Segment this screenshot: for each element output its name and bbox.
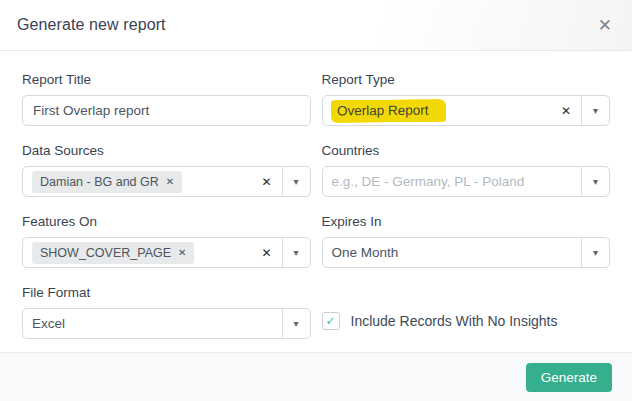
- features-on-value-area[interactable]: SHOW_COVER_PAGE ✕: [23, 238, 255, 267]
- data-sources-caret-zone[interactable]: ▾: [282, 167, 310, 196]
- check-icon: ✓: [325, 315, 335, 327]
- countries-select[interactable]: e.g., DE - Germany, PL - Poland ▾: [322, 166, 611, 197]
- data-sources-tag-remove-icon[interactable]: ✕: [166, 177, 174, 187]
- expires-in-select[interactable]: One Month ▾: [322, 237, 611, 268]
- countries-value-area[interactable]: e.g., DE - Germany, PL - Poland: [323, 167, 582, 196]
- report-type-select[interactable]: Overlap Report ✕ ▾: [322, 95, 611, 126]
- expires-in-value-area[interactable]: One Month: [323, 238, 582, 267]
- file-format-caret-zone[interactable]: ▾: [282, 309, 310, 338]
- include-records-cell: ✓ Include Records With No Insights: [322, 284, 611, 339]
- close-icon[interactable]: ✕: [598, 17, 612, 34]
- expires-in-field: Expires In One Month ▾: [322, 213, 611, 268]
- chevron-down-icon: ▾: [593, 248, 598, 258]
- form-grid: Report Title Report Type Overlap Report …: [22, 71, 610, 339]
- data-sources-tag: Damian - BG and GR ✕: [32, 171, 182, 193]
- data-sources-clear-icon[interactable]: ✕: [255, 167, 281, 196]
- file-format-label: File Format: [22, 284, 311, 302]
- modal-footer: Generate: [0, 352, 632, 401]
- features-on-tag: SHOW_COVER_PAGE ✕: [32, 242, 194, 264]
- countries-label: Countries: [322, 142, 611, 160]
- data-sources-tag-label: Damian - BG and GR: [40, 175, 159, 189]
- report-type-clear-icon[interactable]: ✕: [555, 96, 581, 125]
- chevron-down-icon: ▾: [593, 177, 598, 187]
- countries-field: Countries e.g., DE - Germany, PL - Polan…: [322, 142, 611, 197]
- report-type-value-area[interactable]: Overlap Report: [323, 96, 555, 125]
- expires-in-caret-zone[interactable]: ▾: [581, 238, 609, 267]
- data-sources-field: Data Sources Damian - BG and GR ✕ ✕ ▾: [22, 142, 311, 197]
- report-type-label: Report Type: [322, 71, 611, 89]
- report-type-caret-zone[interactable]: ▾: [581, 96, 609, 125]
- features-on-caret-zone[interactable]: ▾: [282, 238, 310, 267]
- report-type-value-highlighted: Overlap Report: [331, 99, 444, 122]
- expires-in-label: Expires In: [322, 213, 611, 231]
- chevron-down-icon: ▾: [293, 319, 298, 329]
- modal-body: Report Title Report Type Overlap Report …: [0, 51, 632, 339]
- include-records-label: Include Records With No Insights: [351, 313, 558, 329]
- countries-caret-zone[interactable]: ▾: [581, 167, 609, 196]
- features-on-label: Features On: [22, 213, 311, 231]
- file-format-value-area[interactable]: Excel: [23, 309, 282, 338]
- chevron-down-icon: ▾: [293, 177, 298, 187]
- chevron-down-icon: ▾: [593, 106, 598, 116]
- file-format-value: Excel: [32, 316, 65, 331]
- data-sources-label: Data Sources: [22, 142, 311, 160]
- chevron-down-icon: ▾: [293, 248, 298, 258]
- features-on-tag-remove-icon[interactable]: ✕: [178, 248, 186, 258]
- include-records-row: ✓ Include Records With No Insights: [322, 312, 611, 330]
- modal-title: Generate new report: [17, 16, 166, 34]
- file-format-select[interactable]: Excel ▾: [22, 308, 311, 339]
- features-on-tag-label: SHOW_COVER_PAGE: [40, 246, 171, 260]
- generate-report-modal: Generate new report ✕ Report Title Repor…: [0, 0, 632, 401]
- report-title-input[interactable]: [22, 95, 311, 126]
- data-sources-value-area[interactable]: Damian - BG and GR ✕: [23, 167, 255, 196]
- expires-in-value: One Month: [332, 245, 399, 260]
- report-title-label: Report Title: [22, 71, 311, 89]
- data-sources-select[interactable]: Damian - BG and GR ✕ ✕ ▾: [22, 166, 311, 197]
- report-type-field: Report Type Overlap Report ✕ ▾: [322, 71, 611, 126]
- features-on-field: Features On SHOW_COVER_PAGE ✕ ✕ ▾: [22, 213, 311, 268]
- generate-button[interactable]: Generate: [526, 363, 612, 392]
- features-on-clear-icon[interactable]: ✕: [255, 238, 281, 267]
- countries-placeholder: e.g., DE - Germany, PL - Poland: [332, 174, 525, 189]
- include-records-checkbox[interactable]: ✓: [322, 312, 340, 330]
- file-format-field: File Format Excel ▾: [22, 284, 311, 339]
- features-on-select[interactable]: SHOW_COVER_PAGE ✕ ✕ ▾: [22, 237, 311, 268]
- report-title-field: Report Title: [22, 71, 311, 126]
- modal-header: Generate new report ✕: [0, 0, 632, 51]
